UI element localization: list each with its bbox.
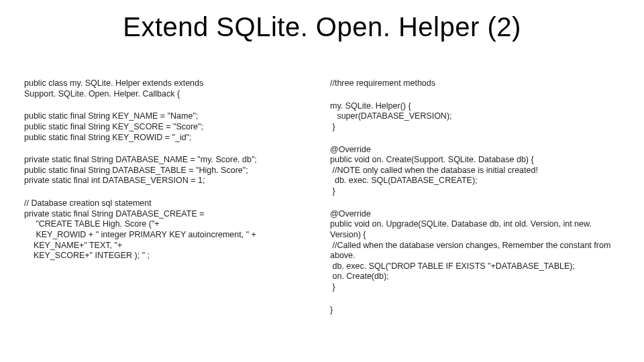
code-block-comment: //three requirement methods	[330, 78, 620, 89]
code-block-class-decl: public class my. SQLite. Helper extends …	[24, 78, 314, 99]
code-block-closing-brace: }	[330, 305, 620, 316]
slide-title: Extend SQLite. Open. Helper (2)	[24, 12, 620, 42]
right-column: //three requirement methods my. SQLite. …	[330, 78, 620, 327]
slide: Extend SQLite. Open. Helper (2) public c…	[0, 0, 644, 362]
code-block-keys: public static final String KEY_NAME = "N…	[24, 111, 314, 143]
code-block-onupgrade: @Override public void on. Upgrade(SQLite…	[330, 209, 620, 293]
left-column: public class my. SQLite. Helper extends …	[24, 78, 314, 327]
code-block-oncreate: @Override public void on. Create(Support…	[330, 145, 620, 197]
code-block-db-create: // Database creation sql statement priva…	[24, 198, 314, 261]
content-columns: public class my. SQLite. Helper extends …	[24, 78, 620, 327]
code-block-db-consts: private static final String DATABASE_NAM…	[24, 155, 314, 186]
code-block-constructor: my. SQLite. Helper() { super(DATABASE_VE…	[330, 101, 620, 133]
